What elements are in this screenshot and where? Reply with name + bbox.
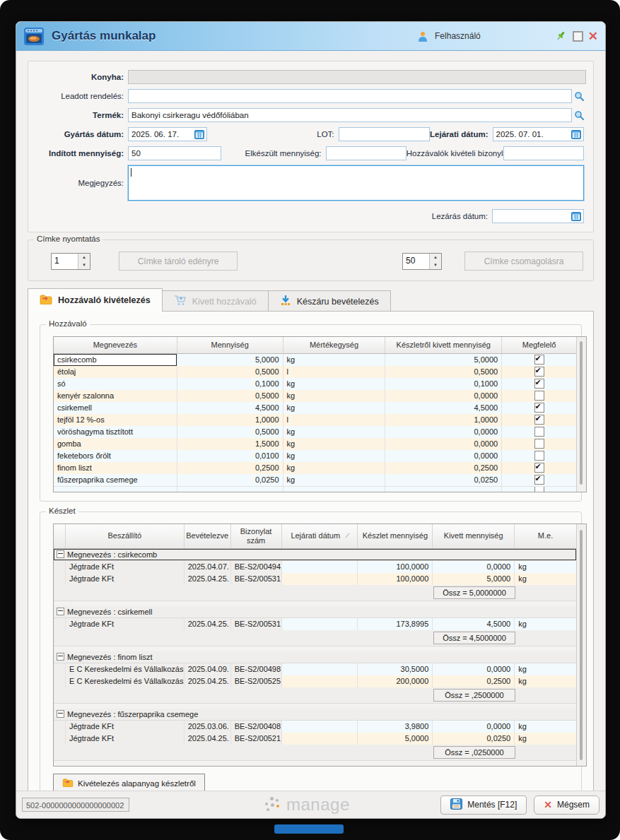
table-row[interactable]: Jégtrade KFt2025.04.25.BE-S2/005215,0000… [54,733,576,745]
col-kivett-mennyiseg[interactable]: Kivett mennyiség [433,524,515,548]
cell-mennyiseg: 0,2500 [177,462,283,474]
collapse-icon[interactable] [57,550,64,558]
table-row[interactable]: étolaj0,5000l0,5000 [54,366,576,378]
leadott-rendeles-field[interactable] [128,89,572,103]
cell-mertekegyseg: kg [283,354,386,366]
spin-down-icon[interactable]: ▼ [430,261,441,269]
cell-kivett: 5,0000 [385,354,502,366]
collapse-icon[interactable] [57,608,64,615]
checkbox[interactable] [534,475,544,485]
table-row[interactable]: Jégtrade KFt2025.03.06.BE-S2/004083,9800… [54,721,576,733]
cell-kivett: 1,0000 [385,414,502,426]
checkbox[interactable] [534,439,544,449]
kiveteli-bizonylat-label: Hozzávalók kivételi bizonylata: [406,149,503,158]
table-row[interactable]: tejföl 12 %-os1,0000l1,0000 [54,414,576,426]
cell-beszallito: E C Kereskedelmi és Vállalkozási Kf [66,675,185,687]
stock-group-header[interactable]: Megnevezés : finom liszt [54,651,576,663]
lezaras-datum-field[interactable] [492,209,584,223]
collapse-icon[interactable] [57,653,64,661]
cell-kivett: 0,0000 [385,450,502,462]
search-icon[interactable] [572,89,586,103]
spin-up-icon[interactable]: ▲ [78,254,90,261]
scrollbar-thumb[interactable] [580,530,583,760]
cell-megnevezes: fűszerpaprika csemege [54,474,177,486]
lejarati-datum-field[interactable]: 2025. 07. 01. [493,127,584,141]
table-row[interactable]: gomba1,5000kg0,0000 [54,438,576,450]
checkbox[interactable] [534,427,544,437]
tab-keszaru-bevetelezes[interactable]: Készáru bevételezés [269,290,391,312]
col-bevetelezve[interactable]: Bevételezve [185,524,231,548]
inditott-mennyiseg-field[interactable]: 50 [128,146,221,160]
lot-field[interactable] [339,127,431,141]
table-row[interactable]: csirkecomb5,0000kg5,0000 [54,354,576,366]
tab-bar: Hozzávaló kivételezés Kivett hozzávaló K… [28,288,594,312]
col-beszallito[interactable]: Beszállító [66,524,185,548]
col-megfelelo[interactable]: Megfelelő [502,337,576,353]
cell-megfelelo [502,438,576,450]
checkbox[interactable] [534,451,544,461]
stock-group-header[interactable]: Megnevezés : csirkecomb [54,549,576,561]
cell-kivett: 0,0000 [433,721,515,733]
kiveteli-bizonylat-field[interactable] [503,146,584,160]
table-row[interactable]: kenyér szalonna0,5000kg0,0000 [54,390,576,402]
vertical-scrollbar[interactable] [576,524,586,766]
cell-kivett: 0,2500 [385,462,502,474]
table-row[interactable]: csirkemell4,5000kg4,5000 [54,402,576,414]
scrollbar-thumb[interactable] [580,341,583,485]
stock-group-header[interactable]: Megnevezés : csirkemell [54,606,576,618]
col-bizonylat-szam[interactable]: Bizonylat szám [231,524,282,548]
save-button[interactable]: Mentés [F12] [440,795,527,815]
table-row[interactable]: finom liszt0,2500kg0,2500 [54,462,576,474]
col-lejarati-datum[interactable]: Lejárati dátum∕ [282,524,358,548]
cell-mertekegyseg: kg [283,474,386,486]
checkbox[interactable] [534,403,544,413]
table-row[interactable]: Jégtrade KFt2025.04.25.BE-S2/00531100,00… [54,573,576,585]
termek-field[interactable]: Bakonyi csirkeragu védőfóliában [128,108,572,122]
tab-hozzavalo-kivetelezes[interactable]: Hozzávaló kivételezés [28,288,163,312]
calendar-icon[interactable] [192,127,206,141]
gyartas-datum-field[interactable]: 2025. 06. 17. [128,127,207,141]
table-row[interactable]: E C Kereskedelmi és Vállalkozási Kf2025.… [54,663,576,675]
checkbox[interactable] [534,367,544,377]
cell-kivett: 0,0250 [433,733,515,745]
table-row[interactable]: vöröshagyma tisztított0,5000kg0,0000 [54,426,576,438]
spin-up-icon[interactable]: ▲ [430,254,441,261]
table-row[interactable]: Jégtrade KFt2025.04.25.BE-S2/00531173,89… [54,618,576,630]
stock-group-header[interactable]: Megnevezés : fűszerpaprika csemege [54,709,576,721]
collapse-icon[interactable] [57,710,64,718]
col-mertekegyseg[interactable]: Mértékegység [283,337,386,353]
col-keszlet-mennyiseg[interactable]: Készlet mennyiség [358,524,433,548]
packaging-count-stepper[interactable]: 50 ▲▼ [402,253,442,270]
vertical-scrollbar[interactable] [576,337,586,492]
cell-megfelelo [502,366,576,378]
calendar-icon[interactable] [569,209,583,223]
close-icon[interactable]: ✕ [588,32,598,40]
cell-beszallito: Jégtrade KFt [66,721,185,733]
app-icon [23,27,45,46]
elkeszult-mennyiseg-field[interactable] [326,146,406,160]
table-row[interactable]: E C Kereskedelmi és Vállalkozási Kf2025.… [54,675,576,687]
container-count-stepper[interactable]: 1 ▲▼ [51,253,90,270]
checkbox[interactable] [534,379,544,389]
maximize-icon[interactable] [573,31,583,42]
checkbox[interactable] [534,463,544,473]
col-keszletrol-kivett[interactable]: Készletről kivett mennyiség [385,337,502,353]
col-me[interactable]: M.e. [515,524,576,548]
checkbox[interactable] [534,415,544,425]
calendar-icon[interactable] [569,127,583,141]
checkbox[interactable] [534,355,544,365]
cell-me: kg [515,561,576,573]
table-row[interactable]: só0,1000kg0,1000 [54,378,576,390]
megjegyzes-field[interactable] [128,165,584,201]
cancel-button[interactable]: ✕ Mégsem [534,795,599,815]
table-row[interactable]: Jégtrade KFt2025.04.07.BE-S2/00494100,00… [54,561,576,573]
table-row[interactable]: feketebors őrölt0,0100kg0,0000 [54,450,576,462]
group-total: Össz = 4,5000000 [433,632,515,644]
checkbox[interactable] [534,391,544,401]
col-megnevezes[interactable]: Megnevezés [54,337,177,353]
table-row[interactable]: fűszerpaprika csemege0,0250kg0,0250 [54,474,576,486]
search-icon[interactable] [572,108,586,122]
spin-down-icon[interactable]: ▼ [78,261,90,269]
col-mennyiseg[interactable]: Mennyiség [177,337,283,353]
pin-icon[interactable] [554,29,568,43]
